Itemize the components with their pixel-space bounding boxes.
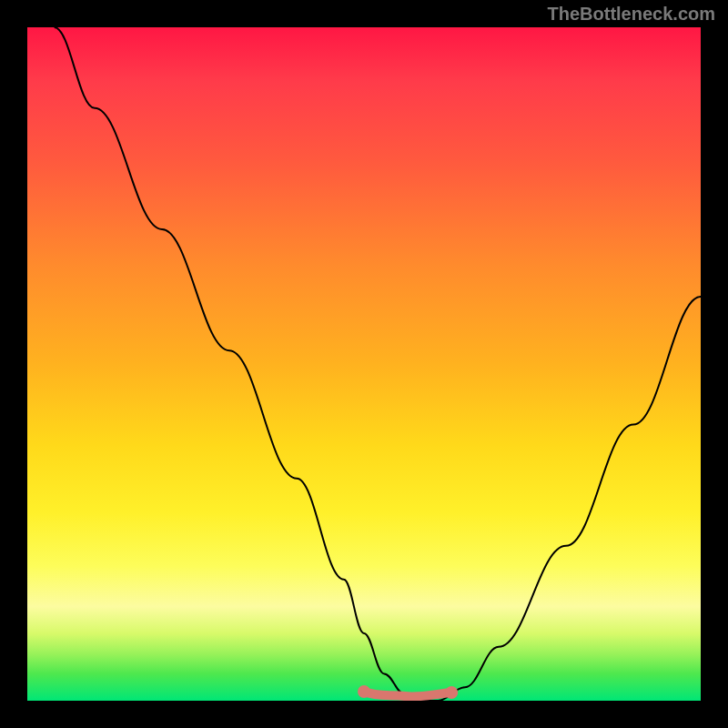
watermark-text: TheBottleneck.com <box>548 4 715 25</box>
gradient-plot-area <box>27 27 701 701</box>
chart-frame: TheBottleneck.com <box>0 0 728 728</box>
